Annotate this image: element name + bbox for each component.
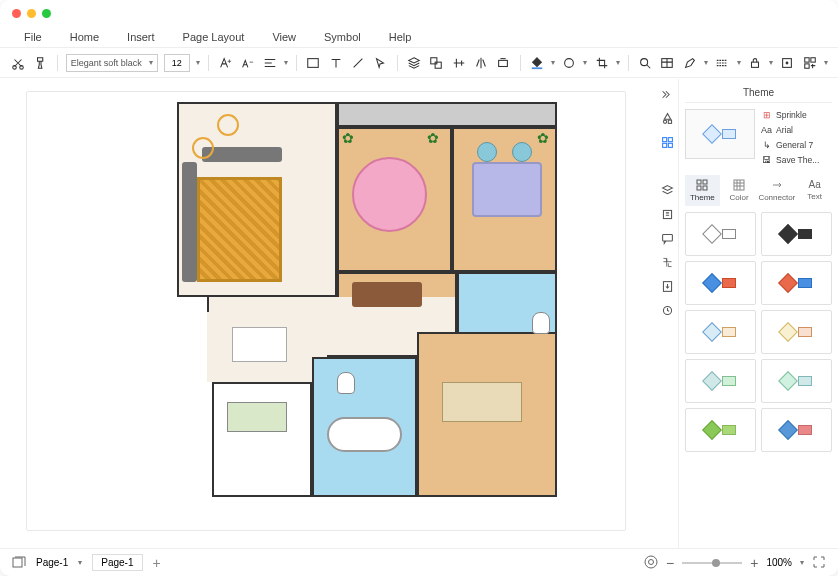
shape-style-icon[interactable]: [561, 54, 577, 72]
pen-icon[interactable]: [682, 54, 698, 72]
theme-item[interactable]: [685, 408, 756, 452]
cut-icon[interactable]: [10, 54, 26, 72]
svg-rect-22: [663, 210, 671, 218]
crop-icon[interactable]: [593, 54, 609, 72]
zoom-in-icon[interactable]: +: [750, 555, 758, 571]
size-dropdown[interactable]: ▾: [196, 58, 200, 67]
align-icon[interactable]: [262, 54, 278, 72]
theme-item[interactable]: [761, 359, 832, 403]
license-icon[interactable]: [644, 555, 658, 571]
theme-item[interactable]: [685, 261, 756, 305]
page-tab[interactable]: Page-1: [92, 554, 142, 571]
tab-connector[interactable]: Connector: [758, 175, 795, 206]
close-dot[interactable]: [12, 9, 21, 18]
font-increase-icon[interactable]: [217, 54, 233, 72]
opt-general[interactable]: ↳General 7: [761, 139, 832, 150]
zoom-out-icon[interactable]: −: [666, 555, 674, 571]
size-icon[interactable]: [495, 54, 511, 72]
layer-icon[interactable]: [406, 54, 422, 72]
export-rail-icon[interactable]: [660, 279, 674, 293]
rectangle-tool-icon[interactable]: [305, 54, 321, 72]
opt-arial[interactable]: AaArial: [761, 124, 832, 135]
canvas[interactable]: ✿ ✿ ✿: [26, 91, 626, 531]
tab-color[interactable]: Color: [722, 175, 757, 206]
menu-file[interactable]: File: [24, 31, 42, 43]
theme-item[interactable]: [761, 261, 832, 305]
link-icon[interactable]: [660, 255, 674, 269]
zoom-value[interactable]: 100%: [766, 557, 792, 568]
lock-icon[interactable]: [747, 54, 763, 72]
search-icon[interactable]: [637, 54, 653, 72]
svg-rect-4: [435, 62, 441, 68]
theme-icon[interactable]: [660, 135, 674, 149]
theme-item[interactable]: [685, 359, 756, 403]
font-decrease-icon[interactable]: [239, 54, 255, 72]
history-icon[interactable]: [660, 207, 674, 221]
zoom-slider[interactable]: [682, 562, 742, 564]
opt-save[interactable]: 🖫Save The...: [761, 154, 832, 165]
more-icon[interactable]: [801, 54, 817, 72]
font-select[interactable]: Elegant soft black▾: [66, 54, 158, 72]
fullscreen-icon[interactable]: [812, 555, 826, 571]
flip-icon[interactable]: [473, 54, 489, 72]
expand-icon[interactable]: [660, 87, 674, 101]
font-name: Elegant soft black: [71, 58, 142, 68]
svg-rect-15: [804, 63, 808, 67]
tab-text[interactable]: AaText: [797, 175, 832, 206]
shapes-icon[interactable]: [660, 111, 674, 125]
svg-point-12: [786, 62, 788, 64]
svg-rect-26: [697, 180, 701, 184]
format-painter-icon[interactable]: [32, 54, 48, 72]
maximize-dot[interactable]: [42, 9, 51, 18]
text-tool-icon[interactable]: [327, 54, 343, 72]
focus-icon[interactable]: [779, 54, 795, 72]
menu-home[interactable]: Home: [70, 31, 99, 43]
theme-item[interactable]: [761, 212, 832, 256]
tab-theme[interactable]: Theme: [685, 175, 720, 206]
svg-rect-23: [662, 234, 672, 241]
theme-item[interactable]: [685, 212, 756, 256]
settings-rail-icon[interactable]: [660, 303, 674, 317]
svg-rect-21: [668, 143, 672, 147]
svg-rect-30: [734, 180, 744, 190]
minimize-dot[interactable]: [27, 9, 36, 18]
menu-insert[interactable]: Insert: [127, 31, 155, 43]
comment-icon[interactable]: [660, 231, 674, 245]
line-tool-icon[interactable]: [350, 54, 366, 72]
group-icon[interactable]: [428, 54, 444, 72]
theme-preview[interactable]: [685, 109, 755, 159]
theme-grid: [685, 212, 832, 452]
menu-page-layout[interactable]: Page Layout: [183, 31, 245, 43]
line-style-icon[interactable]: [714, 54, 730, 72]
svg-rect-20: [662, 143, 666, 147]
opt-sprinkle[interactable]: ⊞Sprinkle: [761, 109, 832, 120]
svg-rect-18: [662, 137, 666, 141]
work-area: ✿ ✿ ✿ Theme ⊞Sprinkle: [0, 79, 838, 548]
menu-symbol[interactable]: Symbol: [324, 31, 361, 43]
font-size[interactable]: 12: [164, 54, 190, 72]
svg-point-8: [641, 58, 648, 65]
theme-item[interactable]: [685, 310, 756, 354]
add-page-icon[interactable]: +: [153, 555, 161, 571]
pointer-tool-icon[interactable]: [372, 54, 388, 72]
menu-view[interactable]: View: [272, 31, 296, 43]
svg-rect-10: [751, 62, 758, 67]
menu-help[interactable]: Help: [389, 31, 412, 43]
layers-rail-icon[interactable]: [660, 183, 674, 197]
theme-item[interactable]: [761, 310, 832, 354]
pages-icon[interactable]: [12, 556, 26, 570]
svg-rect-3: [431, 57, 437, 63]
theme-panel: Theme ⊞Sprinkle AaArial ↳General 7 🖫Save…: [678, 79, 838, 548]
fill-color-icon[interactable]: [529, 54, 545, 72]
svg-point-16: [663, 120, 666, 123]
svg-rect-2: [308, 58, 319, 67]
floor-plan-drawing[interactable]: ✿ ✿ ✿: [177, 102, 567, 512]
theme-item[interactable]: [761, 408, 832, 452]
page-label[interactable]: Page-1: [36, 557, 68, 568]
svg-rect-29: [703, 186, 707, 190]
svg-rect-13: [804, 57, 808, 61]
table-icon[interactable]: [659, 54, 675, 72]
align-objects-icon[interactable]: [450, 54, 466, 72]
svg-rect-27: [703, 180, 707, 184]
svg-rect-6: [532, 67, 543, 69]
